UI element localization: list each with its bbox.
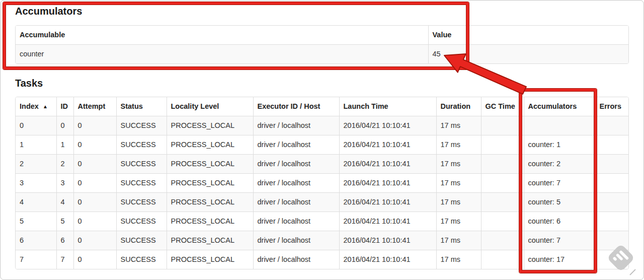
table-cell: 0	[56, 116, 73, 135]
column-header-status[interactable]: Status	[116, 97, 167, 116]
table-row: 000SUCCESSPROCESS_LOCALdriver / localhos…	[16, 116, 628, 135]
column-header-index-label: Index	[20, 102, 39, 110]
table-cell: counter: 5	[524, 193, 595, 212]
table-row: 220SUCCESSPROCESS_LOCALdriver / localhos…	[16, 155, 628, 174]
table-cell: SUCCESS	[116, 116, 167, 135]
table-cell: 0	[16, 116, 56, 135]
table-row: 550SUCCESSPROCESS_LOCALdriver / localhos…	[16, 212, 628, 231]
table-cell	[481, 174, 524, 193]
table-cell: 17 ms	[436, 250, 481, 269]
table-cell: driver / localhost	[253, 135, 339, 155]
column-header-id[interactable]: ID	[56, 97, 73, 116]
column-header-launch-time[interactable]: Launch Time	[339, 97, 436, 116]
table-cell: counter: 6	[524, 212, 595, 231]
table-cell: 17 ms	[436, 135, 481, 155]
accumulators-table-wrap: Accumulable Value counter45	[15, 25, 629, 64]
accumulators-heading: Accumulators	[15, 0, 644, 17]
table-cell: PROCESS_LOCAL	[167, 250, 253, 269]
table-cell	[595, 155, 628, 174]
tasks-table: Index▲ ID Attempt Status Locality Level …	[16, 97, 628, 269]
table-cell	[481, 116, 524, 135]
table-cell	[481, 193, 524, 212]
table-cell: 0	[73, 116, 116, 135]
table-cell: SUCCESS	[116, 193, 167, 212]
table-cell: 2016/04/21 10:10:41	[339, 174, 436, 193]
table-cell: PROCESS_LOCAL	[167, 212, 253, 231]
table-cell: 45	[428, 45, 628, 64]
tasks-section: Tasks Index▲ ID Attempt Status Locality …	[0, 77, 644, 269]
table-cell: SUCCESS	[116, 212, 167, 231]
tasks-table-wrap: Index▲ ID Attempt Status Locality Level …	[15, 97, 629, 269]
table-row: 770SUCCESSPROCESS_LOCALdriver / localhos…	[16, 250, 628, 269]
table-cell: 1	[56, 135, 73, 155]
spark-stage-page: Accumulators Accumulable Value counter45…	[0, 0, 644, 269]
table-cell	[481, 250, 524, 269]
table-cell: SUCCESS	[116, 250, 167, 269]
table-cell: driver / localhost	[253, 193, 339, 212]
table-cell: 1	[16, 135, 56, 155]
table-cell: 0	[73, 174, 116, 193]
table-cell: counter: 7	[524, 174, 595, 193]
table-cell	[595, 231, 628, 250]
table-row: 440SUCCESSPROCESS_LOCALdriver / localhos…	[16, 193, 628, 212]
table-cell: driver / localhost	[253, 116, 339, 135]
table-cell: 2016/04/21 10:10:41	[339, 212, 436, 231]
column-header-duration[interactable]: Duration	[436, 97, 481, 116]
accumulators-section: Accumulators Accumulable Value counter45	[0, 0, 644, 64]
table-cell: 7	[56, 250, 73, 269]
column-header-gc-time[interactable]: GC Time	[481, 97, 524, 116]
table-cell: 6	[56, 231, 73, 250]
table-cell: 17 ms	[436, 212, 481, 231]
table-cell: 2016/04/21 10:10:41	[339, 193, 436, 212]
table-cell	[481, 231, 524, 250]
table-cell: SUCCESS	[116, 135, 167, 155]
table-header-row: Index▲ ID Attempt Status Locality Level …	[16, 97, 628, 116]
table-cell	[481, 212, 524, 231]
table-cell: 2	[16, 155, 56, 174]
table-cell: counter: 2	[524, 155, 595, 174]
table-cell: 3	[16, 174, 56, 193]
table-cell	[595, 250, 628, 269]
table-cell: driver / localhost	[253, 250, 339, 269]
table-cell: SUCCESS	[116, 155, 167, 174]
table-cell: PROCESS_LOCAL	[167, 116, 253, 135]
table-cell: 2	[56, 155, 73, 174]
table-cell: 0	[73, 193, 116, 212]
table-cell: 5	[56, 212, 73, 231]
table-cell	[524, 116, 595, 135]
table-cell: 17 ms	[436, 193, 481, 212]
table-row: 110SUCCESSPROCESS_LOCALdriver / localhos…	[16, 135, 628, 155]
column-header-attempt[interactable]: Attempt	[73, 97, 116, 116]
table-cell: 17 ms	[436, 116, 481, 135]
table-row: 660SUCCESSPROCESS_LOCALdriver / localhos…	[16, 231, 628, 250]
tasks-heading: Tasks	[15, 77, 644, 89]
table-cell: counter: 17	[524, 250, 595, 269]
table-cell: 17 ms	[436, 155, 481, 174]
table-cell: 2016/04/21 10:10:41	[339, 250, 436, 269]
table-cell: PROCESS_LOCAL	[167, 155, 253, 174]
table-cell: 17 ms	[436, 231, 481, 250]
table-cell: 2016/04/21 10:10:41	[339, 135, 436, 155]
sort-ascending-icon: ▲	[43, 104, 48, 109]
accumulators-table: Accumulable Value counter45	[16, 26, 628, 63]
column-header-accumulable: Accumulable	[16, 26, 428, 45]
column-header-accumulators[interactable]: Accumulators	[524, 97, 595, 116]
column-header-errors[interactable]: Errors	[595, 97, 628, 116]
table-cell: driver / localhost	[253, 231, 339, 250]
table-cell	[595, 116, 628, 135]
table-cell: driver / localhost	[253, 155, 339, 174]
table-cell: SUCCESS	[116, 174, 167, 193]
table-cell: counter: 7	[524, 231, 595, 250]
table-cell: counter: 1	[524, 135, 595, 155]
column-header-executor-id-host[interactable]: Executor ID / Host	[253, 97, 339, 116]
column-header-index[interactable]: Index▲	[16, 97, 56, 116]
table-cell: 4	[56, 193, 73, 212]
table-header-row: Accumulable Value	[16, 26, 628, 45]
table-cell	[481, 155, 524, 174]
table-cell: 0	[73, 155, 116, 174]
table-cell: driver / localhost	[253, 174, 339, 193]
table-cell: 17 ms	[436, 174, 481, 193]
column-header-locality-level[interactable]: Locality Level	[167, 97, 253, 116]
table-cell: 5	[16, 212, 56, 231]
table-cell: 2016/04/21 10:10:41	[339, 116, 436, 135]
